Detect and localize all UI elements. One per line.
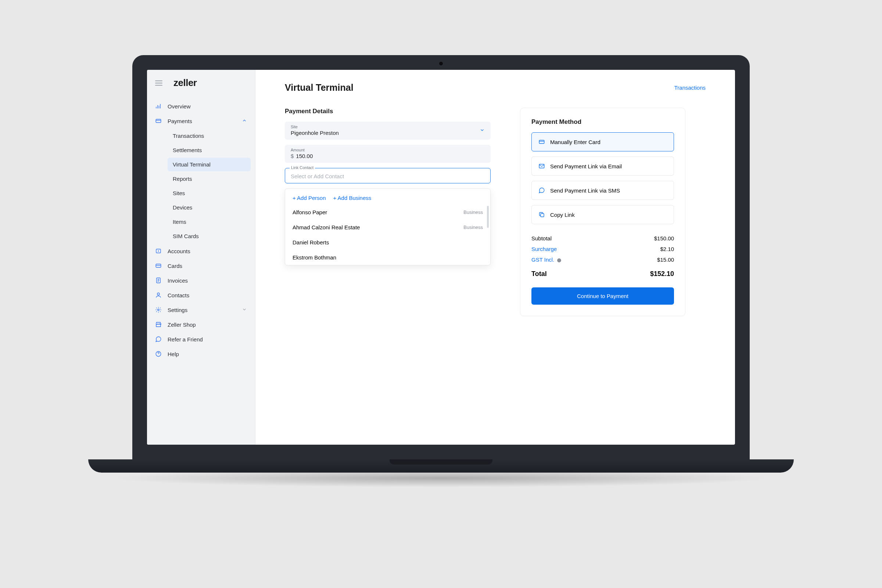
menu-toggle-icon[interactable] <box>155 81 162 86</box>
svg-rect-7 <box>539 140 544 144</box>
site-value: Pigeonhole Preston <box>291 130 485 136</box>
sidebar-item-refer[interactable]: Refer a Friend <box>147 332 255 346</box>
method-copy-link[interactable]: Copy Link <box>531 205 674 224</box>
scrollbar[interactable] <box>487 206 489 228</box>
payment-details-title: Payment Details <box>285 108 490 115</box>
sidebar: zeller Overview Payments Transactions Se… <box>147 70 255 445</box>
invoices-icon <box>155 277 162 284</box>
copy-icon <box>538 212 545 218</box>
method-email-link[interactable]: Send Payment Link via Email <box>531 156 674 176</box>
contact-name: Ekstrom Bothman <box>292 254 336 261</box>
main-content: Virtual Terminal Transactions Payment De… <box>255 70 735 445</box>
contact-option[interactable]: Ahmad Calzoni Real Estate Business <box>285 220 490 235</box>
refer-icon <box>155 336 162 342</box>
overview-icon <box>155 103 162 110</box>
sidebar-sub-settlements[interactable]: Settlements <box>168 143 250 157</box>
sms-icon <box>538 187 545 194</box>
sidebar-item-label: Settings <box>168 307 188 313</box>
gst-link[interactable]: GST Incl. <box>531 256 554 263</box>
svg-rect-0 <box>156 119 161 123</box>
amount-label: Amount <box>291 148 485 152</box>
amount-value: 150.00 <box>296 153 313 159</box>
surcharge-link[interactable]: Surcharge <box>531 246 557 252</box>
sidebar-item-label: Overview <box>168 103 191 110</box>
sidebar-item-label: Refer a Friend <box>168 336 203 342</box>
help-icon <box>155 351 162 357</box>
sidebar-item-zeller-shop[interactable]: Zeller Shop <box>147 317 255 332</box>
cards-icon <box>155 262 162 269</box>
method-label: Send Payment Link via SMS <box>550 188 620 194</box>
method-label: Send Payment Link via Email <box>550 163 622 170</box>
svg-point-5 <box>158 309 159 311</box>
contact-option[interactable]: Alfonso Paper Business <box>285 205 490 220</box>
accounts-icon <box>155 248 162 254</box>
summary-surcharge: Surcharge $2.10 <box>531 244 674 254</box>
contact-option[interactable]: Ekstrom Bothman <box>285 250 490 265</box>
add-business-button[interactable]: + Add Business <box>333 195 371 201</box>
contact-option[interactable]: Daniel Roberts <box>285 235 490 250</box>
sidebar-sub-items[interactable]: Items <box>168 215 250 229</box>
payment-method-title: Payment Method <box>531 118 674 126</box>
contact-name: Ahmad Calzoni Real Estate <box>292 224 360 230</box>
summary-value: $150.00 <box>654 235 674 242</box>
method-manual-card[interactable]: Manually Enter Card <box>531 132 674 152</box>
sidebar-item-invoices[interactable]: Invoices <box>147 273 255 288</box>
sidebar-sub-sites[interactable]: Sites <box>168 186 250 200</box>
sidebar-item-label: Help <box>168 351 179 357</box>
summary-label: Total <box>531 270 547 278</box>
sidebar-item-contacts[interactable]: Contacts <box>147 288 255 303</box>
sidebar-sub-reports[interactable]: Reports <box>168 172 250 186</box>
summary-label: Subtotal <box>531 235 552 242</box>
chevron-down-icon <box>242 307 247 313</box>
sidebar-item-payments[interactable]: Payments <box>147 114 255 128</box>
currency-symbol: $ <box>291 153 294 159</box>
summary-value: $2.10 <box>660 246 674 252</box>
transactions-link[interactable]: Transactions <box>674 84 706 91</box>
method-sms-link[interactable]: Send Payment Link via SMS <box>531 181 674 200</box>
link-contact-input[interactable] <box>291 171 485 179</box>
brand-logo: zeller <box>174 77 197 88</box>
sidebar-item-cards[interactable]: Cards <box>147 258 255 273</box>
summary-subtotal: Subtotal $150.00 <box>531 233 674 244</box>
settings-icon <box>155 306 162 313</box>
sidebar-sub-devices[interactable]: Devices <box>168 201 250 214</box>
svg-point-4 <box>157 293 159 295</box>
sidebar-item-help[interactable]: Help <box>147 346 255 361</box>
sidebar-item-label: Cards <box>168 263 182 269</box>
amount-field[interactable]: Amount $ 150.00 <box>285 145 490 163</box>
sidebar-item-settings[interactable]: Settings <box>147 303 255 317</box>
method-label: Copy Link <box>550 212 575 218</box>
svg-rect-2 <box>156 264 161 267</box>
summary-value: $15.00 <box>657 256 674 263</box>
add-person-button[interactable]: + Add Person <box>292 195 326 201</box>
sidebar-item-label: Contacts <box>168 292 189 298</box>
contact-tag: Business <box>464 210 483 215</box>
email-icon <box>538 163 545 170</box>
contact-name: Daniel Roberts <box>292 239 329 246</box>
sidebar-sub-virtual-terminal[interactable]: Virtual Terminal <box>168 158 250 171</box>
contact-dropdown: + Add Person + Add Business Alfonso Pape… <box>285 189 490 266</box>
sidebar-item-overview[interactable]: Overview <box>147 99 255 114</box>
info-icon[interactable] <box>556 256 561 263</box>
chevron-up-icon <box>242 118 247 124</box>
chevron-down-icon <box>480 128 485 134</box>
site-select[interactable]: Site Pigeonhole Preston <box>285 122 490 140</box>
shop-icon <box>155 321 162 328</box>
summary-gst: GST Incl. $15.00 <box>531 254 674 265</box>
svg-point-10 <box>558 258 561 262</box>
link-contact-field[interactable]: Link Contact <box>285 168 490 183</box>
sidebar-item-accounts[interactable]: Accounts <box>147 244 255 258</box>
sidebar-item-label: Accounts <box>168 248 190 254</box>
svg-rect-9 <box>541 213 544 217</box>
method-label: Manually Enter Card <box>550 139 600 145</box>
link-contact-label: Link Contact <box>290 165 315 170</box>
sidebar-sub-sim-cards[interactable]: SIM Cards <box>168 230 250 243</box>
sidebar-item-label: Payments <box>168 118 192 124</box>
sidebar-item-label: Invoices <box>168 278 188 284</box>
contact-name: Alfonso Paper <box>292 209 327 215</box>
continue-button[interactable]: Continue to Payment <box>531 287 674 304</box>
sidebar-sub-transactions[interactable]: Transactions <box>168 129 250 142</box>
summary-value: $152.10 <box>650 270 674 278</box>
payment-method-card: Payment Method Manually Enter Card Send … <box>520 108 686 316</box>
card-icon <box>538 138 545 145</box>
